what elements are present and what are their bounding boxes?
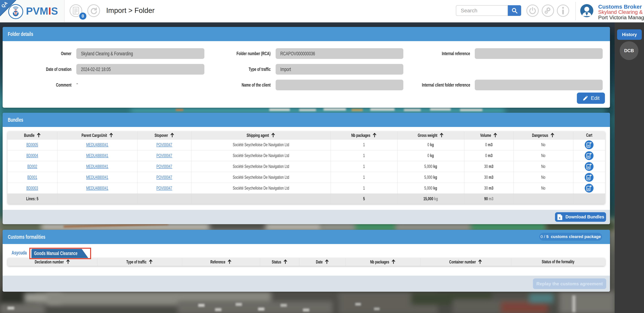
svg-text:x: x <box>559 216 560 220</box>
